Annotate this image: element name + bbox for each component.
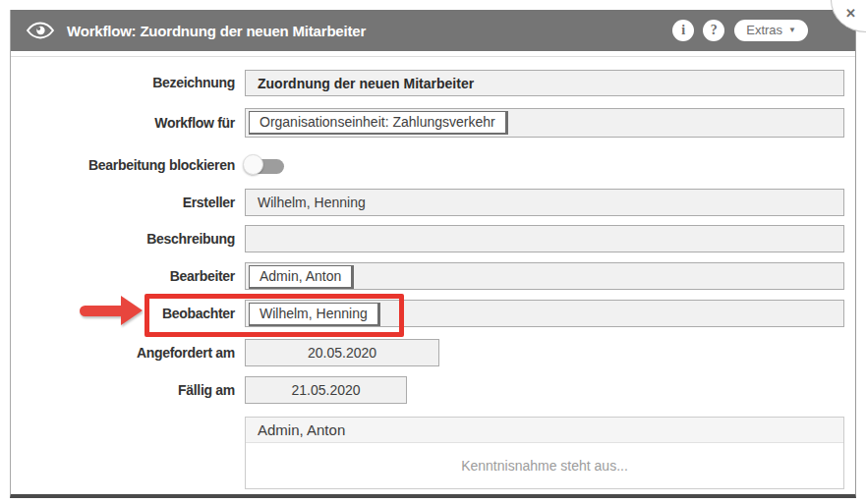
- info-button[interactable]: i: [672, 20, 694, 41]
- beschreibung-label: Beschreibung: [11, 231, 235, 247]
- bearbeiter-label: Bearbeiter: [11, 268, 235, 284]
- chevron-down-icon: ▼: [788, 20, 796, 41]
- bezeichnung-label: Bezeichnung: [11, 75, 235, 90]
- acknowledgement-panel: Admin, Anton Kenntnisnahme steht aus...: [245, 417, 844, 489]
- ersteller-field[interactable]: Wilhelm, Henning: [245, 189, 844, 216]
- titlebar-separator: [11, 56, 855, 57]
- eye-icon: [27, 22, 54, 39]
- workflow-fuer-label: Workflow für: [11, 115, 235, 131]
- extras-button-label: Extras: [746, 20, 782, 41]
- beschreibung-field[interactable]: [245, 225, 844, 252]
- bezeichnung-field[interactable]: Zuordnung der neuen Mitarbeiter: [245, 70, 844, 96]
- acknowledgement-status: Kenntnisnahme steht aus...: [246, 443, 843, 488]
- workflow-dialog: Workflow: Zuordnung der neuen Mitarbeite…: [10, 10, 856, 498]
- angefordert-am-field[interactable]: 20.05.2020: [245, 339, 439, 366]
- workflow-fuer-chip[interactable]: Organisationseinheit: Zahlungsverkehr: [249, 111, 508, 135]
- extras-button[interactable]: Extras ▼: [734, 20, 808, 41]
- bearbeitung-blockieren-toggle[interactable]: [243, 153, 290, 177]
- angefordert-am-label: Angefordert am: [11, 345, 235, 361]
- beobachter-chip[interactable]: Wilhelm, Henning: [249, 303, 380, 326]
- screenshot-page: Workflow: Zuordnung der neuen Mitarbeite…: [0, 0, 866, 504]
- help-button[interactable]: ?: [703, 20, 724, 41]
- dialog-titlebar: Workflow: Zuordnung der neuen Mitarbeite…: [11, 10, 855, 51]
- bearbeiter-chip[interactable]: Admin, Anton: [249, 265, 354, 289]
- beobachter-label: Beobachter: [11, 306, 235, 321]
- acknowledgement-user: Admin, Anton: [246, 418, 843, 443]
- ersteller-label: Ersteller: [11, 195, 235, 210]
- faellig-am-label: Fällig am: [11, 382, 235, 398]
- close-button[interactable]: ✕: [845, 7, 856, 21]
- bearbeitung-blockieren-label: Bearbeitung blockieren: [11, 157, 235, 173]
- toggle-knob: [243, 154, 263, 175]
- dialog-title: Workflow: Zuordnung der neuen Mitarbeite…: [67, 23, 366, 39]
- faellig-am-field[interactable]: 21.05.2020: [245, 376, 407, 404]
